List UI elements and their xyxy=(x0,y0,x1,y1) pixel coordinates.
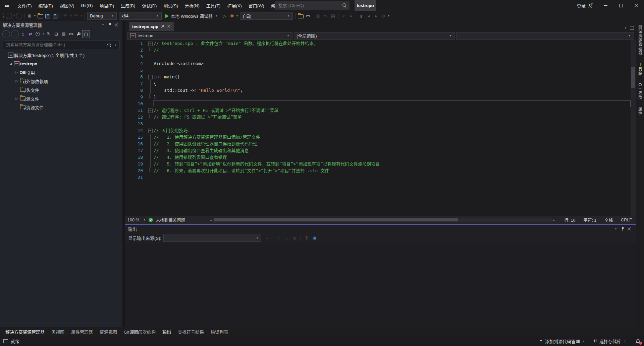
menu-item-9[interactable]: 分析(N) xyxy=(181,0,203,11)
hot-reload-icon[interactable] xyxy=(228,12,235,20)
sign-in-button[interactable]: 登录 xyxy=(572,2,598,9)
tree-expander-icon[interactable]: ▷ xyxy=(14,97,19,100)
eol-indicator[interactable]: CRLF xyxy=(617,218,636,222)
view-code-icon[interactable]: <> xyxy=(67,30,74,38)
window-position-button[interactable]: ▾ xyxy=(100,22,106,28)
tree-item-资源文件[interactable]: 资源文件 xyxy=(0,103,122,112)
right-dock-tab-3[interactable]: Git 更改 xyxy=(637,83,643,99)
search-options-chevron-icon[interactable]: ▾ xyxy=(114,44,117,47)
dropdown-chevron-icon[interactable]: ▾ xyxy=(235,14,239,17)
restore-button[interactable] xyxy=(613,0,629,11)
solution-folder-icon[interactable] xyxy=(297,12,304,20)
left-dock-tab-4[interactable]: 资源视图 xyxy=(96,327,120,336)
add-to-source-control-button[interactable]: 添加到源代码管理 ▾ xyxy=(536,336,588,346)
global-search-box[interactable] xyxy=(275,1,350,10)
dropdown-chevron-icon[interactable]: ▾ xyxy=(387,14,390,17)
open-file-icon[interactable] xyxy=(37,12,44,20)
scroll-left-icon[interactable]: ◂ xyxy=(209,218,213,222)
zoom-dropdown[interactable]: 100 % ▾ xyxy=(125,216,149,224)
select-repository-button[interactable]: 选择存储库 ▾ xyxy=(591,336,629,346)
scope-dropdown[interactable]: (全局范围) ▾ xyxy=(294,32,455,40)
window-position-button[interactable]: ▾ xyxy=(612,226,619,232)
bottom-dock-tab-2[interactable]: 输出 xyxy=(159,327,174,336)
bottom-dock-tab-1[interactable]: 调用层次结构 xyxy=(126,327,159,336)
debug-target-combo[interactable]: 自动▾ xyxy=(240,12,293,20)
menu-item-3[interactable]: 视图(V) xyxy=(56,0,77,11)
dropdown-chevron-icon[interactable]: ▾ xyxy=(33,14,37,17)
bottom-dock-tab-3[interactable]: 查找符号结果 xyxy=(174,327,207,336)
background-tasks-icon[interactable] xyxy=(3,339,8,343)
tree-item-testrepo[interactable]: ◢++testrepo xyxy=(0,59,122,68)
bottom-dock-tab-4[interactable]: 错误列表 xyxy=(207,327,231,336)
menu-item-8[interactable]: 测试(S) xyxy=(160,0,181,11)
menu-item-6[interactable]: 生成(B) xyxy=(117,0,139,11)
close-button[interactable] xyxy=(629,0,644,11)
right-dock-tab-2[interactable]: 工具箱 xyxy=(637,63,643,76)
menu-item-5[interactable]: 项目(P) xyxy=(96,0,117,11)
close-panel-button[interactable] xyxy=(113,22,120,28)
scrollbar-thumb[interactable] xyxy=(214,218,458,221)
menu-item-1[interactable]: 文件(F) xyxy=(14,0,35,11)
left-dock-tab-2[interactable]: 类视图 xyxy=(48,327,68,336)
show-all-files-icon[interactable]: ▤ xyxy=(60,30,67,38)
right-dock-tab-4[interactable]: 属性 xyxy=(637,107,643,116)
member-dropdown[interactable]: ▾ xyxy=(456,32,634,40)
start-without-debugging-icon[interactable]: ▷ xyxy=(221,12,228,20)
scroll-right-icon[interactable]: ▸ xyxy=(552,218,556,222)
tree-item-头文件[interactable]: 头文件 xyxy=(0,85,122,94)
menu-item-4[interactable]: Git(G) xyxy=(77,0,96,11)
fold-collapse-icon[interactable]: − xyxy=(148,127,153,134)
menu-item-7[interactable]: 调试(D) xyxy=(139,0,160,11)
save-icon[interactable] xyxy=(44,12,51,20)
output-source-dropdown[interactable]: ▾ xyxy=(163,234,261,242)
left-dock-tab-3[interactable]: 属性管理器 xyxy=(68,327,96,336)
spaces-indicator[interactable]: 空格 xyxy=(600,217,617,223)
auto-hide-pin-button[interactable] xyxy=(106,22,113,28)
tree-item-引用[interactable]: ▷引用 xyxy=(0,68,122,77)
tree-item-源文件[interactable]: ▷源文件 xyxy=(0,94,122,103)
tree-item-外部依赖项[interactable]: ▷外部依赖项 xyxy=(0,77,122,85)
code-editor[interactable]: 1−// testrepo.cpp : 此文件包含 "main" 函数。程序执行… xyxy=(125,40,631,216)
switch-views-icon[interactable]: ⇄ xyxy=(27,30,34,38)
tree-expander-icon[interactable]: ▷ xyxy=(14,71,19,74)
right-dock-tab-1[interactable]: 测试资源管理器 xyxy=(637,25,643,55)
split-window-icon[interactable] xyxy=(630,26,634,30)
tree-item-解决方案-testrepo-1-个项目-共-1-个-[interactable]: ∞解决方案“testrepo”(1 个项目/共 1 个) xyxy=(0,51,122,59)
solution-explorer-search[interactable]: ▾ xyxy=(3,41,120,49)
close-panel-button[interactable] xyxy=(626,226,633,232)
editor-vertical-scrollbar[interactable] xyxy=(631,40,636,216)
configuration-combo[interactable]: Debug▾ xyxy=(87,12,117,20)
preview-selected-icon[interactable]: ▢ xyxy=(82,30,90,38)
menu-item-2[interactable]: 编辑(E) xyxy=(35,0,56,11)
tree-expander-icon[interactable]: ◢ xyxy=(8,62,13,65)
save-all-icon[interactable] xyxy=(51,12,59,20)
start-debugging-button[interactable]: 本地 Windows 调试器▾ xyxy=(163,12,221,20)
document-tab[interactable]: testrepo.cpp xyxy=(129,22,174,31)
fold-collapse-icon[interactable]: − xyxy=(148,107,153,114)
minimize-button[interactable] xyxy=(598,0,613,11)
project-dropdown[interactable]: ++ testrepo ▾ xyxy=(127,32,292,40)
active-files-chevron-icon[interactable]: ▾ xyxy=(624,26,627,29)
pending-changes-filter-icon[interactable] xyxy=(34,30,41,38)
left-dock-tab-1[interactable]: 解决方案资源管理器 xyxy=(2,327,48,336)
toolbar-grip[interactable] xyxy=(1,13,4,19)
properties-icon[interactable] xyxy=(75,30,82,38)
panel-splitter[interactable] xyxy=(122,21,125,336)
collapse-all-icon[interactable]: ⊟ xyxy=(53,30,60,38)
menu-item-12[interactable]: 窗口(W) xyxy=(245,0,268,11)
menu-item-11[interactable]: 扩展(X) xyxy=(224,0,245,11)
new-project-icon[interactable]: ⊞ xyxy=(26,12,33,20)
editor-window-icon[interactable]: ▭ xyxy=(304,12,312,20)
dropdown-chevron-icon[interactable]: ▾ xyxy=(69,14,72,17)
autoscroll-icon[interactable]: ▣ xyxy=(311,234,318,242)
tree-expander-icon[interactable]: ▷ xyxy=(14,79,19,83)
home-icon[interactable]: ⌂ xyxy=(19,30,26,38)
refresh-icon[interactable]: ↻ xyxy=(45,30,52,38)
dropdown-chevron-icon[interactable]: ▾ xyxy=(80,14,83,17)
menu-item-10[interactable]: 工具(T) xyxy=(203,0,224,11)
global-search-input[interactable] xyxy=(278,3,342,8)
editor-horizontal-scrollbar[interactable] xyxy=(213,218,552,222)
dropdown-chevron-icon[interactable]: ▾ xyxy=(12,14,16,17)
output-content[interactable] xyxy=(125,244,636,327)
auto-hide-pin-button[interactable] xyxy=(619,226,626,232)
